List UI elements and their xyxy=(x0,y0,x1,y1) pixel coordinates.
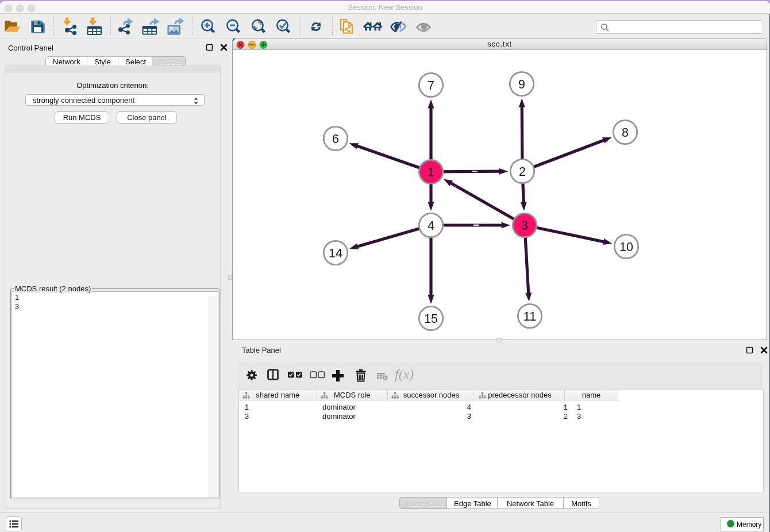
svg-text:11: 11 xyxy=(523,310,536,323)
svg-text:7: 7 xyxy=(428,79,434,92)
svg-text:1: 1 xyxy=(428,165,434,179)
svg-text:15: 15 xyxy=(424,312,438,326)
svg-text:3: 3 xyxy=(521,219,528,233)
svg-text:4: 4 xyxy=(428,219,434,233)
svg-text:10: 10 xyxy=(619,240,633,254)
svg-text:14: 14 xyxy=(329,246,342,260)
svg-text:9: 9 xyxy=(518,78,525,91)
svg-text:2: 2 xyxy=(519,165,526,179)
svg-text:8: 8 xyxy=(622,126,629,140)
svg-text:6: 6 xyxy=(332,132,339,146)
